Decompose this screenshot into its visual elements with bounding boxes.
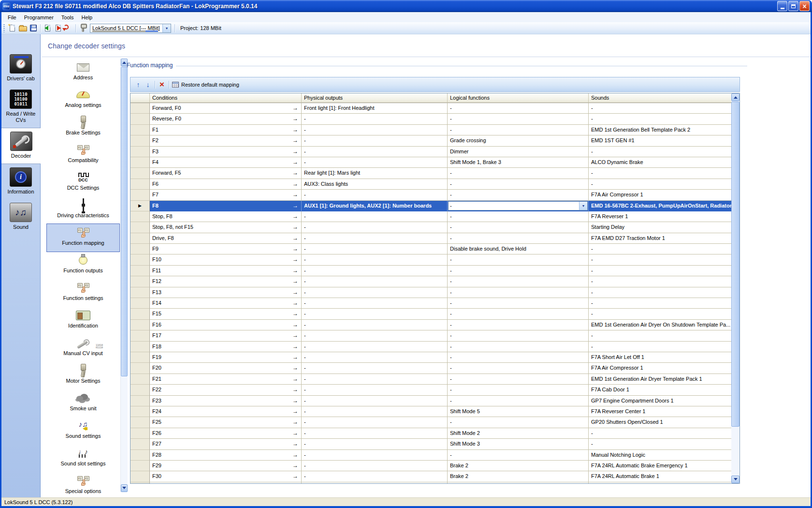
row-selector[interactable] <box>130 406 150 417</box>
menu-item-file[interactable]: File <box>4 13 20 22</box>
logical-functions-combobox[interactable]: -▼ <box>448 201 588 210</box>
cell-physical-outputs[interactable]: - <box>302 266 448 276</box>
cell-logical-functions[interactable]: Dimmer <box>448 147 589 157</box>
cell-conditions[interactable]: F27→ <box>150 439 302 449</box>
cell-physical-outputs[interactable]: - <box>302 222 448 233</box>
restore-button[interactable] <box>788 1 798 11</box>
cell-conditions[interactable]: Forward, F5→ <box>150 168 302 179</box>
menu-item-programmer[interactable]: Programmer <box>20 13 58 22</box>
cell-sounds[interactable]: - <box>589 244 731 254</box>
row-selector[interactable] <box>130 450 150 461</box>
cell-sounds[interactable]: - <box>589 298 731 309</box>
table-row[interactable]: F18→--- <box>130 342 731 352</box>
cell-logical-functions[interactable]: - <box>448 320 589 330</box>
cell-sounds[interactable]: F7A Reverser Center 1 <box>589 406 731 417</box>
cell-physical-outputs[interactable]: - <box>302 135 448 146</box>
cell-conditions[interactable]: F12→ <box>150 276 302 287</box>
open-file-button[interactable] <box>17 23 28 33</box>
cell-conditions[interactable]: F14→ <box>150 298 302 309</box>
table-row[interactable]: Stop, F8→--F7A Reverser 1 <box>130 211 731 222</box>
row-selector[interactable] <box>130 244 150 254</box>
cell-sounds[interactable]: - <box>589 309 731 319</box>
cell-conditions[interactable]: Stop, F8→ <box>150 211 302 222</box>
cell-logical-functions[interactable]: - <box>448 417 589 428</box>
cell-sounds[interactable]: F7A Cab Door 1 <box>589 385 731 395</box>
cell-sounds[interactable]: - <box>589 428 731 439</box>
cell-logical-functions[interactable]: - <box>448 450 589 461</box>
cell-conditions[interactable]: F1→ <box>150 125 302 135</box>
cell-logical-functions[interactable]: - <box>448 374 589 385</box>
row-selector[interactable] <box>130 211 150 222</box>
table-row[interactable]: F17→--- <box>130 330 731 341</box>
cell-conditions[interactable]: F30→ <box>150 471 302 482</box>
row-selector[interactable] <box>130 309 150 319</box>
cell-logical-functions[interactable]: - <box>448 254 589 265</box>
cell-logical-functions[interactable]: - <box>448 190 589 200</box>
row-selector[interactable] <box>130 147 150 157</box>
cell-conditions[interactable]: Stop, F8, not F15→ <box>150 222 302 233</box>
cell-sounds[interactable]: F7A Air Compressor 1 <box>589 363 731 374</box>
cell-logical-functions[interactable]: - <box>448 233 589 244</box>
cell-conditions[interactable]: F7→ <box>150 190 302 200</box>
cell-conditions[interactable]: F16→ <box>150 320 302 330</box>
cell-logical-functions[interactable]: Shift Mode 2 <box>448 428 589 439</box>
cell-logical-functions[interactable]: - <box>448 298 589 309</box>
table-row[interactable]: F2→-Grade crossingEMD 1ST GEN #1 <box>130 135 731 146</box>
row-selector[interactable] <box>130 157 150 168</box>
move-row-up-button[interactable]: ↑ <box>133 80 143 90</box>
cell-physical-outputs[interactable]: - <box>302 190 448 200</box>
scrollbar-thumb[interactable] <box>731 102 740 427</box>
sidebar-item-sound[interactable]: ♪♫Sound <box>1 199 40 235</box>
cell-sounds[interactable]: - <box>589 266 731 276</box>
cell-conditions[interactable]: F10→ <box>150 254 302 265</box>
minimize-button[interactable] <box>777 1 787 11</box>
cell-physical-outputs[interactable]: Front light [1]: Front Headlight <box>302 103 448 114</box>
cell-physical-outputs[interactable]: AUX3: Class lights <box>302 179 448 190</box>
row-selector[interactable] <box>130 287 150 298</box>
menu-item-tools[interactable]: Tools <box>58 13 78 22</box>
scroll-up-button[interactable] <box>731 93 740 101</box>
cell-logical-functions[interactable]: - <box>448 125 589 135</box>
cell-physical-outputs[interactable]: - <box>302 385 448 395</box>
table-row[interactable]: F7→--F7A Air Compressor 1 <box>130 190 731 200</box>
cell-physical-outputs[interactable]: - <box>302 276 448 287</box>
cell-logical-functions[interactable]: - <box>448 179 589 190</box>
table-row[interactable]: F14→--- <box>130 298 731 309</box>
cell-sounds[interactable]: GP20 Shutters Open/Closed 1 <box>589 417 731 428</box>
row-selector[interactable] <box>130 396 150 406</box>
cell-physical-outputs[interactable]: - <box>302 157 448 168</box>
table-scrollbar[interactable] <box>731 93 740 483</box>
row-selector[interactable] <box>130 103 150 114</box>
cell-conditions[interactable]: F9→ <box>150 244 302 254</box>
read-decoder-button[interactable] <box>42 23 53 33</box>
cell-physical-outputs[interactable]: - <box>302 125 448 135</box>
cell-sounds[interactable]: EMD 1st Generation Bell Template Pack 2 <box>589 125 731 135</box>
cell-physical-outputs[interactable]: - <box>302 396 448 406</box>
update-decoder-button[interactable] <box>63 23 74 33</box>
cell-logical-functions[interactable]: - <box>448 309 589 319</box>
table-row[interactable]: F28→--Manual Notching Logic <box>130 450 731 461</box>
nav-item-identification[interactable]: Identification <box>47 307 119 334</box>
cell-conditions[interactable]: F8→ <box>150 201 302 211</box>
nav-item-smoke-unit[interactable]: Smoke unit <box>47 389 119 417</box>
scroll-down-button[interactable] <box>121 484 128 492</box>
table-row[interactable]: F16→--EMD 1st Generation Air Dryer On Sh… <box>130 320 731 330</box>
table-row[interactable]: F1→--EMD 1st Generation Bell Template Pa… <box>130 125 731 135</box>
nav-scrollbar[interactable] <box>120 59 128 492</box>
row-selector[interactable] <box>130 266 150 276</box>
cell-sounds[interactable]: Starting Delay <box>589 222 731 233</box>
cell-physical-outputs[interactable]: - <box>302 450 448 461</box>
cell-physical-outputs[interactable]: - <box>302 298 448 309</box>
cell-logical-functions[interactable]: Brake 2 <box>448 461 589 471</box>
table-row[interactable]: F22→--F7A Cab Door 1 <box>130 385 731 395</box>
table-row[interactable]: F23→--GP7 Engine Compartment Doors 1 <box>130 396 731 406</box>
cell-sounds[interactable]: F7A EMD D27 Traction Motor 1 <box>589 233 731 244</box>
row-selector[interactable] <box>130 222 150 233</box>
column-header-sounds[interactable]: Sounds <box>589 93 731 103</box>
cell-physical-outputs[interactable]: - <box>302 330 448 341</box>
cell-conditions[interactable]: F25→ <box>150 417 302 428</box>
new-file-button[interactable] <box>7 23 17 33</box>
cell-logical-functions[interactable]: - <box>448 352 589 363</box>
write-decoder-button[interactable] <box>53 23 63 33</box>
cell-conditions[interactable]: F15→ <box>150 309 302 319</box>
